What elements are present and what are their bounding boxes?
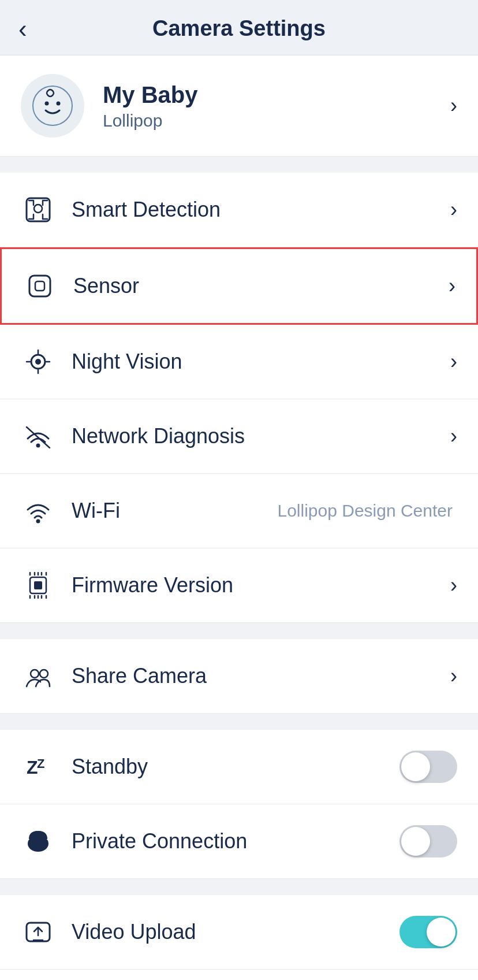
menu-item-video-upload[interactable]: Video Upload [0,895,478,970]
section-gap-4 [0,879,478,895]
share-camera-icon [21,659,55,693]
share-camera-chevron: › [450,664,457,688]
menu-item-private-connection[interactable]: Private Connection [0,804,478,879]
video-upload-label: Video Upload [72,920,399,944]
wifi-value: Lollipop Design Center [277,501,453,521]
menu-item-share-camera[interactable]: Share Camera › [0,639,478,714]
camera-model: Lollipop [103,111,450,131]
standby-icon: Z Z [21,749,55,784]
smart-detection-chevron: › [450,198,457,222]
menu-item-night-vision[interactable]: Night Vision › [0,325,478,399]
svg-rect-3 [27,198,50,221]
menu-item-sensor[interactable]: Sensor › [0,247,478,325]
header: ‹ Camera Settings [0,0,478,55]
network-diagnosis-label: Network Diagnosis [72,424,450,448]
svg-point-29 [40,670,48,678]
camera-chevron: › [450,94,457,118]
menu-item-rotate-video: Rotate Video 0° 180° [0,970,478,980]
camera-profile-item[interactable]: My Baby Lollipop › [0,55,478,157]
svg-point-0 [33,86,72,125]
wifi-icon [21,493,55,528]
svg-point-28 [31,670,39,678]
page-title: Camera Settings [152,16,326,41]
video-upload-icon [21,915,55,949]
night-vision-label: Night Vision [72,350,450,374]
menu-item-wifi[interactable]: Wi-Fi Lollipop Design Center [0,474,478,548]
network-diagnosis-icon [21,419,55,454]
camera-name: My Baby [103,81,450,109]
standby-label: Standby [72,755,399,779]
svg-point-4 [34,205,42,213]
svg-text:Z: Z [37,756,44,771]
svg-rect-27 [34,581,42,589]
svg-text:Z: Z [27,757,38,778]
smart-detection-label: Smart Detection [72,198,450,222]
menu-item-smart-detection[interactable]: Smart Detection › [0,173,478,247]
avatar [21,74,84,138]
section-gap-2 [0,623,478,639]
private-connection-icon [21,824,55,859]
menu-item-network-diagnosis[interactable]: Network Diagnosis › [0,399,478,474]
firmware-chevron: › [450,573,457,597]
video-upload-toggle[interactable] [399,916,457,948]
smart-detection-icon [21,192,55,227]
svg-rect-5 [29,276,50,296]
menu-item-standby[interactable]: Z Z Standby [0,730,478,804]
back-button[interactable]: ‹ [18,16,27,42]
sensor-chevron: › [449,274,455,298]
sensor-label: Sensor [73,274,449,298]
wifi-label: Wi-Fi [72,499,277,523]
section-gap-3 [0,714,478,730]
section-gap-1 [0,157,478,173]
svg-rect-6 [35,281,44,291]
svg-point-13 [36,444,40,448]
private-connection-toggle[interactable] [399,825,457,858]
share-camera-label: Share Camera [72,664,450,688]
sensor-icon [23,269,57,303]
svg-point-8 [35,359,41,365]
standby-toggle[interactable] [399,751,457,783]
firmware-icon [21,568,55,603]
private-connection-label: Private Connection [72,829,399,853]
svg-point-15 [36,519,40,524]
svg-point-1 [45,102,49,106]
menu-item-firmware[interactable]: Firmware Version › [0,548,478,623]
network-diagnosis-chevron: › [450,424,457,448]
night-vision-chevron: › [450,350,457,374]
night-vision-icon [21,344,55,379]
svg-point-2 [57,102,61,106]
firmware-label: Firmware Version [72,573,450,597]
camera-info: My Baby Lollipop [103,81,450,131]
